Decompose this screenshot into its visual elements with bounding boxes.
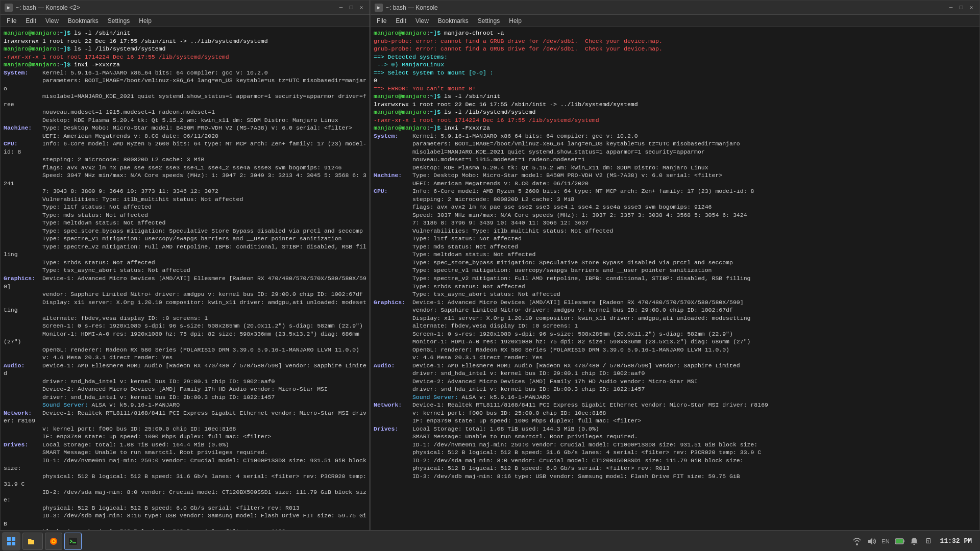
svg-point-6 bbox=[53, 540, 55, 542]
menu-file-left[interactable]: File bbox=[3, 16, 20, 26]
menu-help-right[interactable]: Help bbox=[505, 16, 526, 26]
menu-edit-left[interactable]: Edit bbox=[21, 16, 40, 26]
tray-sound-icon[interactable] bbox=[866, 536, 877, 547]
taskbar: EN 🗓 11:32 PM bbox=[0, 531, 980, 551]
svg-rect-3 bbox=[12, 542, 15, 545]
svg-rect-0 bbox=[7, 537, 11, 541]
menu-bookmarks-right[interactable]: Bookmarks bbox=[434, 16, 473, 26]
terminal-title-right: ~: bash — Konsole bbox=[386, 4, 438, 11]
taskbar-right: EN 🗓 11:32 PM bbox=[851, 536, 980, 547]
taskbar-app-firefox[interactable] bbox=[45, 533, 62, 550]
taskbar-left bbox=[0, 532, 82, 550]
maximize-btn-right[interactable]: □ bbox=[957, 4, 965, 12]
terminal-content-left: manjaro@manjaro:~]$ ls -l /sbin/init lrw… bbox=[1, 27, 370, 530]
tray-calendar-icon[interactable]: 🗓 bbox=[923, 536, 934, 547]
svg-rect-12 bbox=[896, 539, 903, 543]
titlebar-left: ▶ ~: bash — Konsole <2> ─ □ ✕ bbox=[1, 1, 370, 15]
terminal-icon-right: ▶ bbox=[375, 4, 383, 12]
menubar-left: File Edit View Bookmarks Settings Help bbox=[1, 15, 370, 27]
tray-keyboard-icon[interactable]: EN bbox=[880, 536, 891, 547]
maximize-btn-left[interactable]: □ bbox=[347, 4, 355, 12]
menubar-right: File Edit View Bookmarks Settings Help bbox=[371, 15, 979, 27]
tray-network-icon[interactable] bbox=[851, 536, 863, 547]
close-btn-left[interactable]: ✕ bbox=[357, 4, 365, 12]
close-btn-right[interactable]: ✕ bbox=[967, 4, 975, 12]
menu-edit-right[interactable]: Edit bbox=[391, 16, 410, 26]
tray-notifications-icon[interactable] bbox=[909, 536, 920, 547]
terminal-window-left: ▶ ~: bash — Konsole <2> ─ □ ✕ File Edit … bbox=[0, 0, 370, 531]
svg-rect-2 bbox=[7, 542, 11, 545]
system-clock[interactable]: 11:32 PM bbox=[937, 537, 975, 545]
tray-battery-icon[interactable] bbox=[894, 536, 905, 547]
svg-rect-7 bbox=[69, 538, 77, 545]
terminal-content-right: manjaro@manjaro:~]$ manjaro-chroot -a gr… bbox=[371, 27, 979, 530]
svg-marker-9 bbox=[868, 538, 872, 545]
taskbar-app-files[interactable] bbox=[22, 533, 43, 550]
minimize-btn-left[interactable]: ─ bbox=[337, 4, 345, 12]
menu-file-right[interactable]: File bbox=[373, 16, 390, 26]
menu-view-left[interactable]: View bbox=[41, 16, 63, 26]
terminal-icon-left: ▶ bbox=[5, 4, 13, 12]
svg-rect-1 bbox=[12, 537, 15, 541]
menu-settings-left[interactable]: Settings bbox=[104, 16, 134, 26]
terminals-area: ▶ ~: bash — Konsole <2> ─ □ ✕ File Edit … bbox=[0, 0, 980, 531]
terminal-title-left: ~: bash — Konsole <2> bbox=[16, 4, 80, 11]
menu-bookmarks-left[interactable]: Bookmarks bbox=[64, 16, 103, 26]
start-button[interactable] bbox=[2, 532, 20, 550]
minimize-btn-right[interactable]: ─ bbox=[947, 4, 955, 12]
taskbar-app-terminal[interactable] bbox=[64, 533, 82, 550]
terminal-window-right: ▶ ~: bash — Konsole ─ □ ✕ File Edit View… bbox=[370, 0, 980, 531]
titlebar-right: ▶ ~: bash — Konsole ─ □ ✕ bbox=[371, 1, 979, 15]
svg-rect-11 bbox=[903, 540, 904, 542]
menu-settings-right[interactable]: Settings bbox=[474, 16, 504, 26]
menu-view-right[interactable]: View bbox=[411, 16, 433, 26]
menu-help-left[interactable]: Help bbox=[135, 16, 156, 26]
